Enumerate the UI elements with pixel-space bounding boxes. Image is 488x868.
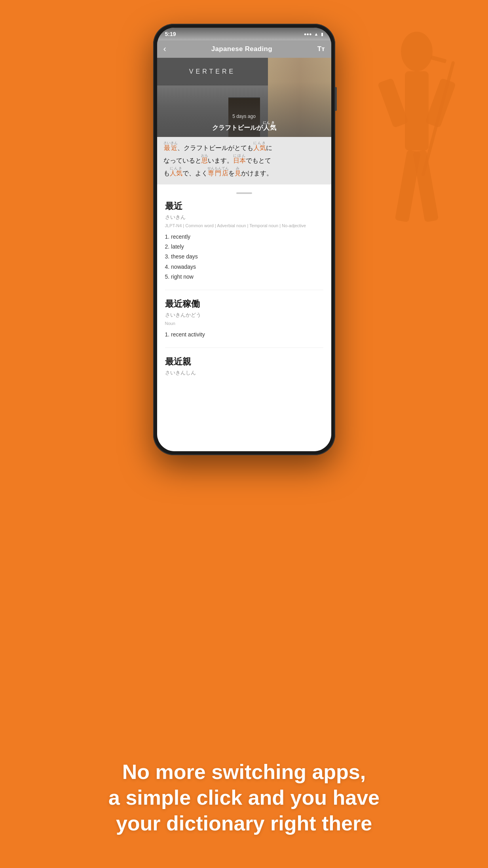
phone-frame: 5:19 ●●● ▲ ▮ ‹ Japanese Reading Tт xyxy=(153,24,335,455)
dict-kanji-1: 最近 xyxy=(165,200,323,212)
meaning-1-4: 4. nowadays xyxy=(165,262,323,272)
dict-meanings-2: 1. recent activity xyxy=(165,330,323,340)
font-size-button[interactable]: Tт xyxy=(317,45,325,53)
article-title: クラフトビールが人にん気き xyxy=(212,121,276,132)
meaning-1-3: 3. these days xyxy=(165,252,323,262)
dict-entry-saikinkadou: 最近稼働 さいきんかどう Noun 1. recent activity xyxy=(165,298,323,348)
status-time: 5:19 xyxy=(165,31,176,37)
tagline-line3: your dictionary right there xyxy=(116,812,372,835)
background-decoration xyxy=(357,20,476,376)
svg-rect-7 xyxy=(430,55,446,63)
article-title-ruby: クラフトビールが人にん気き xyxy=(212,124,276,131)
dict-reading-1: さいきん xyxy=(165,214,323,221)
dict-tags-2: Noun xyxy=(165,321,323,326)
dict-entry-saikin: 最近 さいきん JLPT-N4 | Common word | Adverbia… xyxy=(165,200,323,290)
svg-rect-3 xyxy=(425,78,456,128)
meaning-1-5: 5. right now xyxy=(165,272,323,282)
back-button[interactable]: ‹ xyxy=(163,44,166,54)
reading-word-nihon: 日本にほん xyxy=(233,157,246,164)
phone-screen: 5:19 ●●● ▲ ▮ ‹ Japanese Reading Tт xyxy=(157,28,331,451)
svg-point-0 xyxy=(401,32,433,71)
signal-icon: ●●● xyxy=(304,32,312,36)
dict-entry-saikinshin: 最近親 さいきんしん xyxy=(165,356,323,383)
reading-word-mi: 見み xyxy=(235,170,241,177)
svg-rect-2 xyxy=(378,78,409,128)
nav-title: Japanese Reading xyxy=(211,45,272,53)
reading-line1-saikin: 最近さいきん xyxy=(163,144,177,151)
dictionary-popup: 最近 さいきん JLPT-N4 | Common word | Adverbia… xyxy=(157,184,331,451)
reading-word-ninkni: 人気にんき xyxy=(253,144,266,151)
nav-bar: ‹ Japanese Reading Tт xyxy=(157,40,331,58)
dict-kanji-3: 最近親 xyxy=(165,356,323,368)
wifi-icon: ▲ xyxy=(314,32,319,36)
dict-tags-1: JLPT-N4 | Common word | Adverbial noun |… xyxy=(165,223,323,228)
dict-meanings-1: 1. recently 2. lately 3. these days 4. n… xyxy=(165,232,323,282)
status-bar: 5:19 ●●● ▲ ▮ xyxy=(157,28,331,40)
status-icons: ●●● ▲ ▮ xyxy=(304,32,323,37)
reading-word-omoi: 思おも xyxy=(201,157,208,164)
reading-word-ninki2: 人気にんき xyxy=(170,170,182,177)
reading-content: 最近さいきん、クラフトビールがとても人気にんきに なっていると思おもいます。日本… xyxy=(157,137,331,184)
phone-container: 5:19 ●●● ▲ ▮ ‹ Japanese Reading Tт xyxy=(153,24,335,455)
meaning-2-1: 1. recent activity xyxy=(165,330,323,340)
dict-reading-3: さいきんしん xyxy=(165,369,323,376)
meaning-1-1: 1. recently xyxy=(165,232,323,242)
scroll-indicator xyxy=(236,192,252,194)
svg-rect-1 xyxy=(405,71,429,150)
dict-kanji-2: 最近稼働 xyxy=(165,298,323,310)
battery-icon: ▮ xyxy=(321,32,323,37)
article-timestamp: 5 days ago xyxy=(232,114,256,119)
tagline-line2: a simple click and you have xyxy=(108,786,380,809)
reading-word-senmonten: 専門店せんもんてん xyxy=(208,170,228,177)
bottom-tagline: No more switching apps, a simple click a… xyxy=(0,759,488,836)
tagline-line1: No more switching apps, xyxy=(122,760,366,783)
dict-reading-2: さいきんかどう xyxy=(165,311,323,319)
brand-name: VERTERE xyxy=(189,68,235,75)
meaning-1-2: 2. lately xyxy=(165,242,323,252)
article-image: VERTERE 5 days ago クラフトビールが人にん気き xyxy=(157,58,331,137)
